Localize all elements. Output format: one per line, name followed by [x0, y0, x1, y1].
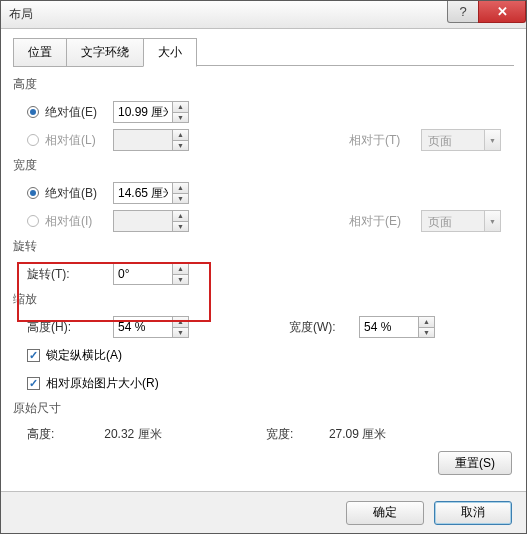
tab-strip: 位置 文字环绕 大小 [13, 37, 514, 66]
spin-down-icon[interactable]: ▼ [173, 194, 188, 204]
height-absolute-row: 绝对值(E) ▲▼ [27, 99, 514, 125]
label-width-absolute: 绝对值(B) [45, 185, 113, 202]
spin-buttons: ▲▼ [172, 183, 188, 203]
spin-up-icon[interactable]: ▲ [173, 102, 188, 113]
checkbox-rel-original[interactable]: ✓ [27, 377, 40, 390]
label-orig-w: 宽度: [266, 426, 329, 443]
height-relto-dropdown: 页面 ▼ [421, 129, 501, 151]
window-controls: ? ✕ [447, 1, 526, 23]
spin-down-icon: ▼ [173, 222, 188, 232]
width-relative-spin: ▲▼ [113, 210, 189, 232]
label-lock-aspect: 锁定纵横比(A) [46, 347, 122, 364]
help-button[interactable]: ? [447, 1, 479, 23]
scale-w-spin[interactable]: ▲▼ [359, 316, 435, 338]
width-absolute-row: 绝对值(B) ▲▼ [27, 180, 514, 206]
spin-down-icon[interactable]: ▼ [173, 113, 188, 123]
group-scale-title: 缩放 [13, 291, 514, 308]
height-absolute-input[interactable] [114, 102, 172, 122]
group-height-title: 高度 [13, 76, 514, 93]
titlebar: 布局 ? ✕ [1, 1, 526, 29]
label-orig-h: 高度: [27, 426, 104, 443]
height-relative-row: 相对值(L) ▲▼ 相对于(T) 页面 ▼ [27, 127, 514, 153]
spin-up-icon: ▲ [173, 130, 188, 141]
radio-width-absolute[interactable] [27, 187, 39, 199]
checkbox-lock-aspect[interactable]: ✓ [27, 349, 40, 362]
height-relto-value: 页面 [422, 130, 484, 150]
spin-up-icon[interactable]: ▲ [173, 264, 188, 275]
rel-original-row: ✓ 相对原始图片大小(R) [27, 370, 514, 396]
layout-dialog: 布局 ? ✕ 位置 文字环绕 大小 高度 绝对值(E) ▲▼ 相对值(L) [0, 0, 527, 534]
label-scale-h: 高度(H): [27, 319, 113, 336]
width-relto-dropdown: 页面 ▼ [421, 210, 501, 232]
spin-buttons: ▲▼ [172, 317, 188, 337]
scale-values-row: 高度(H): ▲▼ 宽度(W): ▲▼ [27, 314, 514, 340]
label-height-relto: 相对于(T) [349, 132, 421, 149]
scale-h-spin[interactable]: ▲▼ [113, 316, 189, 338]
label-height-relative: 相对值(L) [45, 132, 113, 149]
chevron-down-icon: ▼ [484, 130, 500, 150]
spin-down-icon[interactable]: ▼ [173, 328, 188, 338]
label-rel-original: 相对原始图片大小(R) [46, 375, 159, 392]
dialog-body: 位置 文字环绕 大小 高度 绝对值(E) ▲▼ 相对值(L) ▲▼ 相对于(T)… [1, 29, 526, 475]
cancel-button[interactable]: 取消 [434, 501, 512, 525]
spin-buttons: ▲▼ [172, 211, 188, 231]
label-width-relative: 相对值(I) [45, 213, 113, 230]
scale-h-input[interactable] [114, 317, 172, 337]
orig-size-row: 高度: 20.32 厘米 宽度: 27.09 厘米 [27, 423, 514, 445]
group-width-title: 宽度 [13, 157, 514, 174]
reset-row: 重置(S) [13, 451, 512, 475]
spin-down-icon[interactable]: ▼ [419, 328, 434, 338]
chevron-down-icon: ▼ [484, 211, 500, 231]
ok-button[interactable]: 确定 [346, 501, 424, 525]
width-absolute-spin[interactable]: ▲▼ [113, 182, 189, 204]
radio-width-relative[interactable] [27, 215, 39, 227]
width-relto-value: 页面 [422, 211, 484, 231]
spin-buttons: ▲▼ [418, 317, 434, 337]
reset-button[interactable]: 重置(S) [438, 451, 512, 475]
window-title: 布局 [9, 6, 33, 23]
rotate-row: 旋转(T): ▲▼ [27, 261, 514, 287]
label-scale-w: 宽度(W): [289, 319, 359, 336]
tab-text-wrap[interactable]: 文字环绕 [66, 38, 144, 67]
spin-up-icon: ▲ [173, 211, 188, 222]
width-relative-input [114, 211, 172, 231]
width-absolute-input[interactable] [114, 183, 172, 203]
label-width-relto: 相对于(E) [349, 213, 421, 230]
height-relative-spin: ▲▼ [113, 129, 189, 151]
group-orig-title: 原始尺寸 [13, 400, 514, 417]
spin-up-icon[interactable]: ▲ [173, 183, 188, 194]
radio-height-absolute[interactable] [27, 106, 39, 118]
spin-up-icon[interactable]: ▲ [419, 317, 434, 328]
width-relative-row: 相对值(I) ▲▼ 相对于(E) 页面 ▼ [27, 208, 514, 234]
group-rotate-title: 旋转 [13, 238, 514, 255]
radio-height-relative[interactable] [27, 134, 39, 146]
spin-buttons: ▲▼ [172, 102, 188, 122]
value-orig-h: 20.32 厘米 [104, 426, 266, 443]
label-rotate: 旋转(T): [27, 266, 113, 283]
close-button[interactable]: ✕ [478, 1, 526, 23]
spin-buttons: ▲▼ [172, 130, 188, 150]
rotate-input[interactable] [114, 264, 172, 284]
spin-down-icon: ▼ [173, 141, 188, 151]
scale-w-input[interactable] [360, 317, 418, 337]
spin-buttons: ▲▼ [172, 264, 188, 284]
height-relative-input [114, 130, 172, 150]
lock-aspect-row: ✓ 锁定纵横比(A) [27, 342, 514, 368]
dialog-footer: 确定 取消 [1, 491, 526, 533]
value-orig-w: 27.09 厘米 [329, 426, 514, 443]
height-absolute-spin[interactable]: ▲▼ [113, 101, 189, 123]
tab-position[interactable]: 位置 [13, 38, 67, 67]
rotate-spin[interactable]: ▲▼ [113, 263, 189, 285]
spin-down-icon[interactable]: ▼ [173, 275, 188, 285]
label-height-absolute: 绝对值(E) [45, 104, 113, 121]
spin-up-icon[interactable]: ▲ [173, 317, 188, 328]
tab-size[interactable]: 大小 [143, 38, 197, 67]
